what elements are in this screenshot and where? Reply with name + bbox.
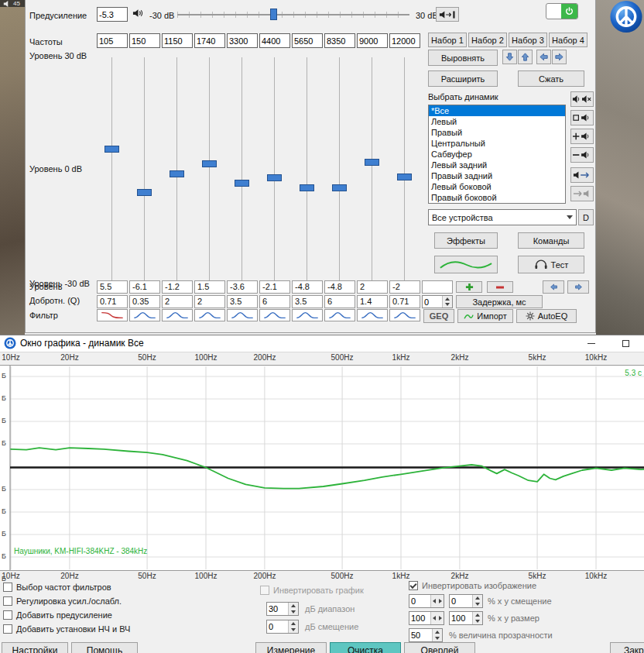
- q-cell[interactable]: 6: [324, 295, 355, 308]
- shift-right-button[interactable]: [552, 50, 567, 64]
- spin-down[interactable]: [473, 601, 482, 607]
- eq-slider-handle[interactable]: [104, 146, 119, 153]
- level-cell[interactable]: 5.5: [97, 280, 128, 294]
- filter-type-button[interactable]: [194, 309, 225, 321]
- level-cell[interactable]: -4.8: [324, 280, 355, 294]
- eq-band-slider-6[interactable]: [259, 57, 290, 282]
- align-button[interactable]: Выровнять: [428, 50, 498, 66]
- filter-type-button[interactable]: [227, 309, 258, 321]
- level-cell[interactable]: -4.8: [292, 280, 323, 294]
- image-y-offset-spinner[interactable]: [449, 594, 483, 608]
- effects-button[interactable]: Эффекты: [434, 232, 498, 249]
- compress-button[interactable]: Сжать: [518, 70, 584, 87]
- db-range-spinner[interactable]: [266, 602, 299, 616]
- add-band-button[interactable]: [456, 281, 482, 293]
- remove-band-button[interactable]: [487, 281, 513, 293]
- q-cell[interactable]: 2: [162, 295, 193, 308]
- eq-slider-handle[interactable]: [202, 160, 217, 167]
- minimize-button[interactable]: [576, 335, 607, 352]
- bottom-button-3[interactable]: Измерение: [255, 642, 327, 653]
- db-offset-input[interactable]: [267, 620, 288, 633]
- shift-down-button[interactable]: [502, 50, 517, 64]
- image-y-size-spinner[interactable]: [449, 611, 483, 625]
- spin-up[interactable]: [289, 603, 298, 609]
- bottom-button-5[interactable]: Оверлей: [404, 642, 475, 653]
- band-shift-right-button[interactable]: [567, 280, 589, 294]
- freq-input-4[interactable]: [194, 33, 225, 48]
- invert-image-checkbox[interactable]: Инвертировать изображение: [409, 580, 536, 591]
- eq-slider-handle[interactable]: [300, 184, 314, 191]
- eq-band-slider-1[interactable]: [97, 57, 128, 282]
- graph-option-checkbox-4[interactable]: Добавить установки НЧ и ВЧ: [3, 624, 130, 634]
- eq-band-slider-7[interactable]: [292, 57, 323, 282]
- freq-input-5[interactable]: [227, 33, 258, 48]
- power-toggle[interactable]: [546, 3, 578, 19]
- image-x-size-spinner[interactable]: [409, 611, 444, 625]
- speaker-list-item[interactable]: Правый: [429, 127, 565, 138]
- q-cell[interactable]: 3.5: [227, 295, 258, 308]
- eq-slider-handle[interactable]: [365, 159, 379, 166]
- bottom-button-2[interactable]: Помощь: [71, 642, 138, 653]
- band-shift-left-button[interactable]: [543, 280, 564, 294]
- speaker-list-item[interactable]: Правый задний: [429, 170, 565, 181]
- transparency-input[interactable]: [409, 629, 432, 641]
- bottom-button-4[interactable]: Очистка: [330, 642, 401, 653]
- eq-band-slider-5[interactable]: [227, 57, 258, 282]
- geq-button[interactable]: GEQ: [423, 309, 454, 323]
- eq-slider-handle[interactable]: [137, 189, 152, 196]
- preset-button-4[interactable]: Набор 4: [549, 33, 587, 47]
- speaker-listbox[interactable]: *ВсеЛевыйПравыйЦентральныйСабвуферЛевый …: [428, 105, 566, 204]
- speaker-list-item[interactable]: Правый боковой: [429, 192, 565, 203]
- solo-speaker-button[interactable]: [570, 110, 594, 125]
- speaker-list-item[interactable]: Левый: [429, 116, 565, 127]
- level-cell[interactable]: -6.1: [129, 280, 160, 294]
- speaker-list-item[interactable]: Центральный: [429, 138, 565, 149]
- spin-right[interactable]: [437, 595, 444, 607]
- filter-type-button[interactable]: [162, 309, 193, 321]
- image-y-size-input[interactable]: [450, 612, 472, 624]
- spin-up[interactable]: [473, 595, 482, 601]
- level-cell[interactable]: -3.6: [227, 280, 258, 294]
- eq-slider-handle[interactable]: [397, 174, 412, 180]
- freq-input-1[interactable]: [97, 33, 128, 48]
- filter-type-button[interactable]: [324, 309, 355, 321]
- db-offset-spinner[interactable]: [266, 620, 299, 634]
- q-cell[interactable]: 0.71: [97, 295, 128, 308]
- spin-left[interactable]: [431, 595, 437, 607]
- image-x-size-input[interactable]: [409, 612, 430, 624]
- maximize-button[interactable]: [610, 335, 641, 352]
- eq-band-slider-10[interactable]: [389, 57, 420, 282]
- freq-input-10[interactable]: [389, 33, 420, 48]
- preset-button-1[interactable]: Набор 1: [428, 33, 467, 47]
- eq-slider-handle[interactable]: [235, 180, 249, 187]
- eq-band-slider-4[interactable]: [194, 57, 225, 282]
- preamp-slider-handle[interactable]: [270, 9, 277, 20]
- bottom-button-1[interactable]: Настройки: [2, 642, 68, 653]
- level-cell[interactable]: 2: [357, 280, 388, 294]
- speaker-list-item[interactable]: Левый задний: [429, 160, 565, 170]
- q-cell[interactable]: 0.71: [389, 295, 420, 308]
- eq-band-slider-8[interactable]: [324, 57, 355, 282]
- graph-option-checkbox-1[interactable]: Выбор частот фильтров: [3, 582, 111, 593]
- preset-button-2[interactable]: Набор 2: [468, 33, 507, 47]
- graph-option-checkbox-3[interactable]: Добавить предусиление: [3, 610, 112, 620]
- q-cell[interactable]: 2: [194, 295, 225, 308]
- delay-spin-up[interactable]: [443, 296, 452, 302]
- preamp-slider[interactable]: [177, 8, 409, 22]
- db-range-input[interactable]: [267, 603, 288, 615]
- filter-type-button[interactable]: [259, 309, 290, 321]
- image-y-offset-input[interactable]: [450, 595, 472, 607]
- mute-speaker-button[interactable]: [570, 91, 594, 107]
- freq-input-2[interactable]: [129, 33, 160, 48]
- level-cell[interactable]: -2: [389, 280, 420, 294]
- spin-up[interactable]: [289, 620, 298, 627]
- commands-button[interactable]: Команды: [518, 232, 584, 249]
- spin-down[interactable]: [289, 627, 298, 633]
- q-cell[interactable]: 3.5: [292, 295, 323, 308]
- transparency-spinner[interactable]: [409, 628, 443, 642]
- eq-slider-handle[interactable]: [332, 184, 347, 191]
- spin-up[interactable]: [473, 612, 482, 618]
- filter-type-button[interactable]: [357, 309, 388, 321]
- new-band-level-cell[interactable]: [422, 280, 453, 294]
- expand-button[interactable]: Расширить: [428, 70, 498, 87]
